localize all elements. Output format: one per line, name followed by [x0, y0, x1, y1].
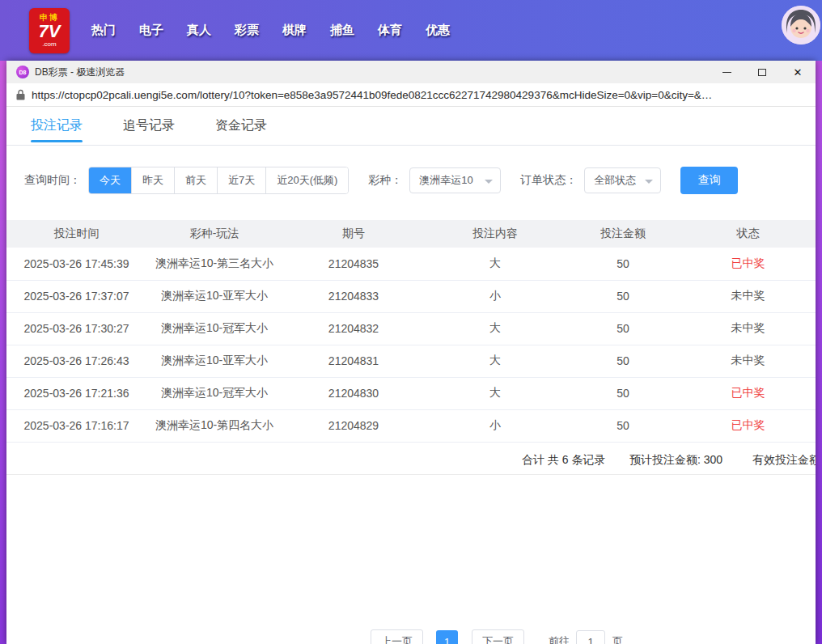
close-button[interactable]: ✕: [780, 61, 816, 83]
window-controls: ✕: [709, 61, 816, 83]
cell-play: 澳洲幸运10-第三名大小: [146, 248, 282, 280]
goto-page-input[interactable]: [576, 630, 605, 644]
cell-play: 澳洲幸运10-冠军大小: [146, 377, 282, 409]
cell-amount: 50: [566, 345, 680, 377]
cell-content: 小: [425, 280, 566, 312]
current-page[interactable]: 1: [436, 630, 458, 644]
table-row: 2025-03-26 17:26:43澳洲幸运10-亚军大小21204831大5…: [6, 345, 816, 377]
time-filter-button[interactable]: 近20天(低频): [266, 167, 348, 193]
summary-valid-amount: 有效投注金额: [752, 453, 816, 468]
time-filter-button[interactable]: 近7天: [218, 167, 266, 193]
status-select-value: 全部状态: [594, 173, 636, 188]
maximize-icon: [758, 69, 766, 76]
nav-item[interactable]: 热门: [91, 23, 116, 38]
cell-content: 大: [425, 248, 566, 280]
cell-issue: 21204833: [282, 280, 425, 312]
cell-play: 澳洲幸运10-冠军大小: [146, 312, 282, 345]
minimize-button[interactable]: [709, 61, 744, 83]
cell-bet-time: 2025-03-26 17:37:07: [6, 280, 146, 312]
site-header: 申博 7V .com 热门电子真人彩票棋牌捕鱼体育优惠: [0, 0, 822, 61]
close-icon: ✕: [794, 66, 803, 78]
cell-amount: 50: [566, 409, 680, 442]
bet-records-table: 投注时间彩种-玩法期号投注内容投注金额状态 2025-03-26 17:45:3…: [6, 220, 816, 443]
time-filter-button[interactable]: 前天: [175, 167, 218, 193]
user-avatar[interactable]: [782, 6, 820, 44]
app-icon-label: D8: [19, 70, 27, 75]
nav-item[interactable]: 彩票: [235, 23, 259, 38]
lottery-select[interactable]: 澳洲幸运10: [409, 167, 501, 193]
time-filter-button[interactable]: 昨天: [132, 167, 175, 193]
cell-play: 澳洲幸运10-亚军大小: [146, 345, 282, 377]
cell-content: 大: [425, 377, 566, 409]
cell-status: 已中奖: [680, 377, 816, 409]
browser-titlebar[interactable]: D8 DB彩票 - 极速浏览器 ✕: [6, 61, 816, 83]
browser-window: D8 DB彩票 - 极速浏览器 ✕ https://ctopcp02pcal: [6, 61, 816, 644]
chevron-down-icon: [645, 180, 653, 184]
cell-status: 未中奖: [680, 345, 816, 377]
cell-bet-time: 2025-03-26 17:16:17: [6, 409, 146, 442]
page-content: 投注记录追号记录资金记录 查询时间： 今天昨天前天近7天近20天(低频) 彩种：…: [6, 107, 816, 475]
window-title: DB彩票 - 极速浏览器: [35, 66, 125, 79]
tab[interactable]: 投注记录: [31, 107, 83, 146]
prev-page-button[interactable]: 上一页: [371, 629, 423, 644]
cell-issue: 21204829: [282, 409, 425, 442]
logo-brand-cn: 申博: [40, 14, 59, 22]
nav-item[interactable]: 优惠: [426, 23, 450, 38]
table-row: 2025-03-26 17:21:36澳洲幸运10-冠军大小21204830大5…: [6, 377, 816, 409]
cell-issue: 21204835: [282, 248, 425, 280]
goto-suffix-label: 页: [612, 629, 623, 644]
pagination: 上一页 1 下一页 前往 页: [371, 629, 623, 644]
column-header: 状态: [680, 220, 816, 248]
search-button[interactable]: 查询: [680, 167, 738, 194]
site-nav: 热门电子真人彩票棋牌捕鱼体育优惠: [91, 23, 450, 38]
nav-item[interactable]: 体育: [378, 23, 402, 38]
minimize-icon: [722, 72, 731, 73]
cell-play: 澳洲幸运10-亚军大小: [146, 280, 282, 312]
chevron-down-icon: [485, 180, 493, 184]
nav-item[interactable]: 捕鱼: [330, 23, 354, 38]
status-filter-label: 订单状态：: [520, 173, 577, 188]
time-filter-group: 今天昨天前天近7天近20天(低频): [88, 167, 349, 194]
maximize-button[interactable]: [744, 61, 780, 83]
cell-bet-time: 2025-03-26 17:30:27: [6, 312, 146, 345]
cell-amount: 50: [566, 377, 680, 409]
time-filter-button[interactable]: 今天: [89, 167, 132, 193]
nav-item[interactable]: 电子: [139, 23, 163, 38]
desktop: 申博 7V .com 热门电子真人彩票棋牌捕鱼体育优惠 D8: [0, 0, 822, 644]
next-page-button[interactable]: 下一页: [472, 629, 524, 644]
table-row: 2025-03-26 17:45:39澳洲幸运10-第三名大小21204835大…: [6, 248, 816, 280]
logo-brand-suffix: .com: [42, 41, 56, 48]
summary-expected-amount: 预计投注金额: 300: [629, 453, 722, 468]
cell-status: 已中奖: [680, 248, 816, 280]
tab[interactable]: 追号记录: [123, 107, 175, 146]
cell-amount: 50: [566, 248, 680, 280]
browser-app-icon: D8: [16, 66, 29, 78]
avatar-illustration: [782, 6, 820, 44]
column-header: 彩种-玩法: [146, 220, 282, 248]
column-header: 期号: [282, 220, 425, 248]
cell-content: 大: [425, 345, 566, 377]
lottery-filter-label: 彩种：: [368, 173, 402, 188]
filter-bar: 查询时间： 今天昨天前天近7天近20天(低频) 彩种： 澳洲幸运10 订单状态：…: [6, 167, 816, 194]
cell-issue: 21204830: [282, 377, 425, 409]
nav-item[interactable]: 真人: [187, 23, 211, 38]
address-bar[interactable]: https://ctopcp02pcali.uengi5e.com/lotter…: [6, 83, 816, 107]
cell-status: 已中奖: [680, 409, 816, 442]
cell-issue: 21204831: [282, 345, 425, 377]
table-body: 2025-03-26 17:45:39澳洲幸运10-第三名大小21204835大…: [6, 248, 816, 442]
nav-item[interactable]: 棋牌: [282, 23, 307, 38]
site-logo[interactable]: 申博 7V .com: [29, 8, 70, 53]
lock-icon: [16, 89, 25, 100]
cell-play: 澳洲幸运10-第四名大小: [146, 409, 282, 442]
tab[interactable]: 资金记录: [215, 107, 267, 146]
cell-status: 未中奖: [680, 312, 816, 345]
summary-total: 合计 共 6 条记录: [522, 453, 605, 468]
cell-bet-time: 2025-03-26 17:26:43: [6, 345, 146, 377]
table-row: 2025-03-26 17:30:27澳洲幸运10-冠军大小21204832大5…: [6, 312, 816, 345]
cell-content: 大: [425, 312, 566, 345]
status-select[interactable]: 全部状态: [584, 167, 661, 193]
url-text[interactable]: https://ctopcp02pcali.uengi5e.com/lotter…: [32, 89, 712, 101]
column-header: 投注内容: [425, 220, 566, 248]
cell-amount: 50: [566, 312, 680, 345]
cell-content: 小: [425, 409, 566, 442]
